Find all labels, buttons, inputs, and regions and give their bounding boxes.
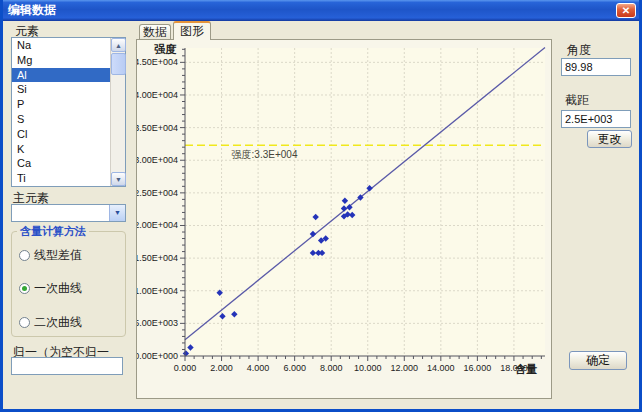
radio-icon[interactable] xyxy=(19,283,30,294)
method-group-label: 含量计算方法 xyxy=(17,224,89,239)
close-icon[interactable]: ✕ xyxy=(616,3,636,18)
tab-data[interactable]: 数据 xyxy=(139,24,171,39)
list-item[interactable]: K xyxy=(12,142,111,157)
x-tick-label: 10.000 xyxy=(354,363,382,373)
graph-tab-page: 强度:3.3E+0040.0002.0004.0006.0008.00010.0… xyxy=(136,39,552,399)
x-tick-label: 0.000 xyxy=(174,363,197,373)
method-groupbox: 含量计算方法 线型差值 一次曲线 二次曲线 xyxy=(11,231,126,337)
x-tick-label: 6.000 xyxy=(283,363,306,373)
y-tick-label: 2.50E+004 xyxy=(137,188,178,198)
scrollbar[interactable]: ▲ ▼ xyxy=(110,38,125,186)
y-tick-label: 1.00E+004 xyxy=(137,286,178,296)
intercept-label: 截距 xyxy=(565,92,589,109)
radio-label: 二次曲线 xyxy=(34,314,82,331)
main-element-select[interactable]: ▼ xyxy=(11,204,126,222)
y-tick-label: 0.00E+000 xyxy=(137,351,178,361)
y-tick-label: 4.50E+004 xyxy=(137,57,178,67)
y-tick-label: 1.50E+004 xyxy=(137,253,178,263)
chevron-down-icon[interactable]: ▼ xyxy=(109,205,125,221)
list-item[interactable]: Mg xyxy=(12,53,111,68)
y-tick-label: 3.50E+004 xyxy=(137,123,178,133)
change-button[interactable]: 更改 xyxy=(587,130,632,148)
x-tick-label: 16.000 xyxy=(464,363,492,373)
list-item[interactable]: Cl xyxy=(12,127,111,142)
edit-data-dialog: 编辑数据 ✕ 元素 Na Mg Al Si P S Cl K Ca Ti ▲ ▼… xyxy=(0,0,642,412)
radio-label: 一次曲线 xyxy=(34,280,82,297)
y-tick-label: 5.00E+003 xyxy=(137,318,178,328)
window-title: 编辑数据 xyxy=(8,3,56,17)
tab-graph[interactable]: 图形 xyxy=(173,21,211,40)
x-axis-title: 含量 xyxy=(514,363,537,375)
scroll-up-icon[interactable]: ▲ xyxy=(111,38,126,52)
angle-label: 角度 xyxy=(567,42,591,59)
list-item[interactable]: Ti xyxy=(12,171,111,186)
x-tick-label: 4.000 xyxy=(247,363,270,373)
x-tick-label: 8.000 xyxy=(320,363,343,373)
list-item[interactable]: P xyxy=(12,97,111,112)
radio-label: 线型差值 xyxy=(34,247,82,264)
list-item[interactable]: Na xyxy=(12,38,111,53)
title-bar[interactable]: 编辑数据 ✕ xyxy=(0,0,642,21)
element-list[interactable]: Na Mg Al Si P S Cl K Ca Ti ▲ ▼ xyxy=(11,37,126,187)
y-tick-label: 4.00E+004 xyxy=(137,90,178,100)
radio-second-order-curve[interactable]: 二次曲线 xyxy=(19,315,82,329)
list-item[interactable]: Ca xyxy=(12,156,111,171)
scrollbar-thumb[interactable] xyxy=(111,53,126,75)
y-tick-label: 3.00E+004 xyxy=(137,155,178,165)
x-tick-label: 14.000 xyxy=(427,363,455,373)
radio-first-order-curve[interactable]: 一次曲线 xyxy=(19,281,82,295)
scroll-down-icon[interactable]: ▼ xyxy=(111,172,126,186)
radio-linear-interp[interactable]: 线型差值 xyxy=(19,248,82,262)
x-tick-label: 12.000 xyxy=(391,363,419,373)
radio-icon[interactable] xyxy=(19,250,30,261)
list-item[interactable]: S xyxy=(12,112,111,127)
ok-button[interactable]: 确定 xyxy=(569,351,627,370)
intercept-input[interactable]: 2.5E+003 xyxy=(561,110,631,128)
normalize-input[interactable] xyxy=(11,357,123,375)
intensity-content-chart: 强度:3.3E+0040.0002.0004.0006.0008.00010.0… xyxy=(137,40,551,398)
angle-input[interactable]: 89.98 xyxy=(561,58,631,76)
list-item[interactable]: Al xyxy=(12,68,111,83)
y-tick-label: 2.00E+004 xyxy=(137,220,178,230)
main-element-value xyxy=(12,209,15,221)
chart-plot-area xyxy=(185,48,545,356)
radio-icon[interactable] xyxy=(19,317,30,328)
y-axis-title: 强度 xyxy=(154,43,177,55)
marker-line-label: 强度:3.3E+004 xyxy=(232,149,298,160)
x-tick-label: 2.000 xyxy=(210,363,233,373)
list-item[interactable]: Si xyxy=(12,82,111,97)
